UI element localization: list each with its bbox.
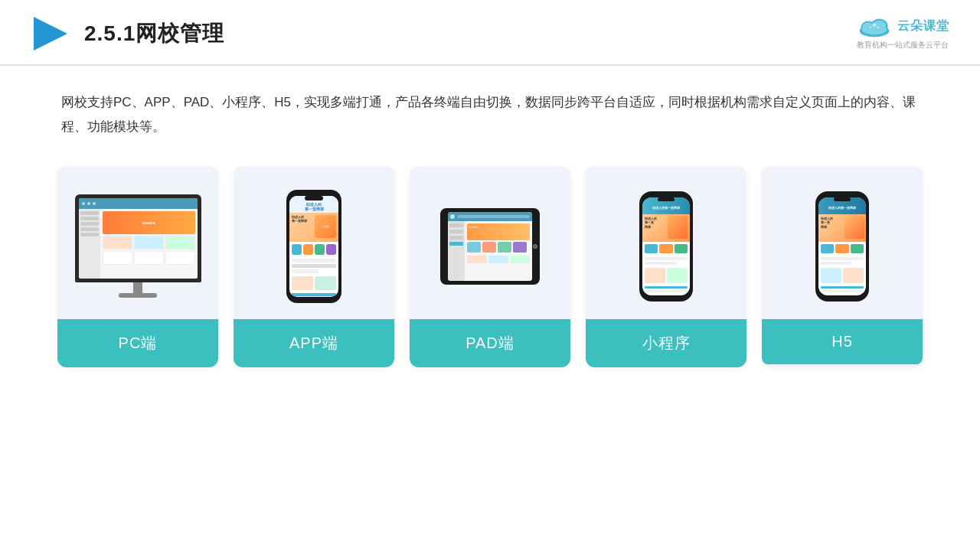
cards-section: BANNER — [0, 158, 980, 367]
card-miniprogram-image: 职进人的第一堂网课 职进人的第一堂网课 — [586, 166, 746, 319]
svg-point-7 — [873, 23, 877, 27]
card-h5: 职进人的第一堂网课 职进人的第一堂网课 — [762, 166, 923, 367]
svg-point-9 — [877, 26, 879, 28]
card-app: 职进人的第一堂网课 人物图 职进人的第一堂网课 — [234, 166, 394, 367]
card-pc-label: PC端 — [57, 319, 218, 367]
card-pad: Banner — [410, 166, 570, 367]
description-text: 网校支持PC、APP、PAD、小程序、H5，实现多端打通，产品各终端自由切换，数… — [0, 66, 980, 158]
card-pad-label: PAD端 — [410, 319, 570, 367]
card-pc: BANNER — [57, 166, 218, 367]
device-phone-app: 职进人的第一堂网课 人物图 职进人的第一堂网课 — [286, 190, 341, 303]
card-app-image: 职进人的第一堂网课 人物图 职进人的第一堂网课 — [234, 166, 394, 319]
card-pad-image: Banner — [410, 166, 570, 319]
page-title: 2.5.1网校管理 — [84, 19, 224, 48]
device-phone-mini: 职进人的第一堂网课 职进人的第一堂网课 — [639, 191, 693, 302]
device-tablet: Banner — [440, 208, 540, 285]
brand-tagline: 教育机构一站式服务云平台 — [857, 40, 949, 51]
device-pc: BANNER — [75, 194, 201, 298]
page-header: 2.5.1网校管理 云朵课堂 教育机构一站式服务云平台 — [0, 0, 980, 66]
card-miniprogram-label: 小程序 — [586, 319, 746, 367]
brand-name: 云朵课堂 — [897, 18, 949, 34]
card-pc-image: BANNER — [57, 166, 218, 319]
card-h5-label: H5 — [762, 319, 923, 364]
svg-point-8 — [870, 26, 872, 28]
logo-icon — [31, 14, 70, 54]
brand-logo: 云朵课堂 教育机构一站式服务云平台 — [856, 14, 949, 51]
svg-marker-0 — [34, 17, 67, 51]
cloud-brand-icon — [856, 14, 893, 38]
card-app-label: APP端 — [234, 319, 394, 367]
device-phone-h5: 职进人的第一堂网课 职进人的第一堂网课 — [815, 191, 869, 302]
card-miniprogram: 职进人的第一堂网课 职进人的第一堂网课 — [586, 166, 746, 367]
card-h5-image: 职进人的第一堂网课 职进人的第一堂网课 — [762, 166, 923, 319]
